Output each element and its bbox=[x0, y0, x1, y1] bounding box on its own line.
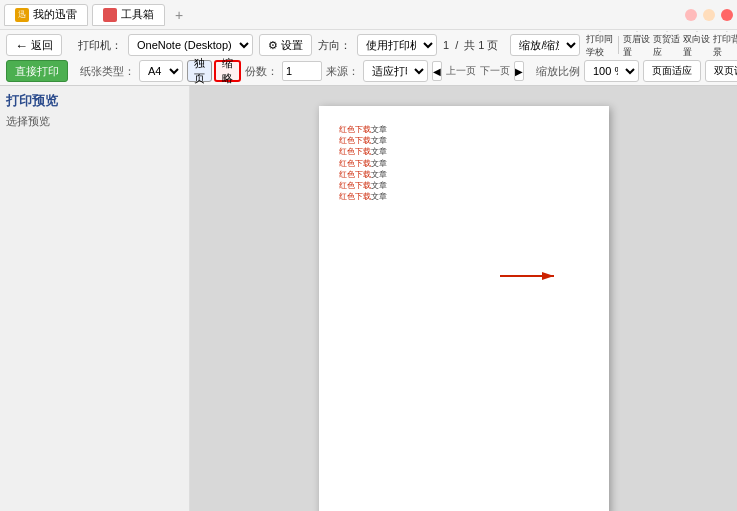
range-select[interactable]: 适应打印 bbox=[363, 60, 428, 82]
title-bar-left: 迅 我的迅雷 工具箱 + bbox=[4, 4, 685, 26]
zoom-select[interactable]: 缩放/缩放 bbox=[510, 34, 580, 56]
window-controls bbox=[685, 9, 733, 21]
maximize-button[interactable] bbox=[703, 9, 715, 21]
paper-content: 红色下载文章 红色下载文章 红色下载文章 红色下载文章 红色下载文章 红色下载文… bbox=[339, 124, 387, 202]
prev-page-button[interactable]: ◀ bbox=[432, 61, 442, 81]
nav-prev-label: 上一页 bbox=[446, 64, 476, 78]
page-setup-label: 页眉设置 bbox=[623, 33, 651, 59]
single-page-button[interactable]: 独页 bbox=[187, 60, 212, 82]
printer-select[interactable]: OneNote (Desktop) bbox=[128, 34, 253, 56]
bg-icon-btn[interactable]: 打印背景 bbox=[713, 31, 737, 59]
text-line-5: 红色下载文章 bbox=[339, 169, 387, 180]
range-label: 来源： bbox=[326, 64, 359, 79]
fit-page-icon-btn[interactable]: 页贸适应 bbox=[653, 31, 681, 59]
next-page-button[interactable]: ▶ bbox=[514, 61, 524, 81]
copies-label: 份数： bbox=[245, 64, 278, 79]
view-mode-group: 独页 缩略 bbox=[187, 60, 241, 82]
close-button[interactable] bbox=[721, 9, 733, 21]
text-line-1: 红色下载文章 bbox=[339, 124, 387, 135]
page-total: 共 1 页 bbox=[464, 38, 498, 53]
preview-area: 红色下载文章 红色下载文章 红色下载文章 红色下载文章 红色下载文章 红色下载文… bbox=[190, 86, 737, 511]
direction-select[interactable]: 使用打印机 bbox=[357, 34, 437, 56]
tab1-label: 我的迅雷 bbox=[33, 7, 77, 22]
paper-preview: 红色下载文章 红色下载文章 红色下载文章 红色下载文章 红色下载文章 红色下载文… bbox=[319, 106, 609, 511]
toolbar-row1: ← 返回 打印机： OneNote (Desktop) ⚙ 设置 方向： 使用打… bbox=[6, 32, 731, 58]
text-line-4: 红色下载文章 bbox=[339, 158, 387, 169]
toolbar: ← 返回 打印机： OneNote (Desktop) ⚙ 设置 方向： 使用打… bbox=[0, 30, 737, 86]
print-btn-label: 打印同学校 bbox=[586, 33, 614, 59]
thumbnail-button[interactable]: 缩略 bbox=[214, 60, 241, 82]
tab2-label: 工具箱 bbox=[121, 7, 154, 22]
direction-label: 方向： bbox=[318, 38, 351, 53]
page-sep: / bbox=[455, 39, 458, 51]
add-tab-button[interactable]: + bbox=[169, 5, 189, 25]
double-page-button[interactable]: 双页设置 bbox=[705, 60, 737, 82]
fit-page-label: 页贸适应 bbox=[653, 33, 681, 59]
minimize-button[interactable] bbox=[685, 9, 697, 21]
page-setup-icon-btn[interactable]: 页眉设置 bbox=[623, 31, 651, 59]
columns-label: 双向设置 bbox=[683, 33, 711, 59]
tab-toolbox[interactable]: 工具箱 bbox=[92, 4, 165, 26]
toolbar-icons: 打印同学校 页眉设置 页贸适应 bbox=[586, 31, 737, 59]
title-bar: 迅 我的迅雷 工具箱 + bbox=[0, 0, 737, 30]
zoom-text: 缩放比例 bbox=[536, 64, 580, 79]
text-line-6: 红色下载文章 bbox=[339, 180, 387, 191]
paper-type-select[interactable]: A4 bbox=[139, 60, 183, 82]
paper-type-label: 纸张类型： bbox=[80, 64, 135, 79]
direct-print-button[interactable]: 直接打印 bbox=[6, 60, 68, 82]
bg-label: 打印背景 bbox=[713, 33, 737, 59]
back-button[interactable]: ← 返回 bbox=[6, 34, 62, 56]
svg-rect-11 bbox=[727, 31, 728, 32]
text-line-7: 红色下载文章 bbox=[339, 191, 387, 202]
zoom-ratio-select[interactable]: 100 % bbox=[584, 60, 639, 82]
left-panel-sub: 选择预览 bbox=[6, 114, 183, 129]
print-icon-btn[interactable]: 打印同学校 bbox=[586, 31, 614, 59]
settings-button[interactable]: ⚙ 设置 bbox=[259, 34, 312, 56]
nav-next-label: 下一页 bbox=[480, 64, 510, 78]
separator2 bbox=[618, 36, 619, 54]
left-panel-title: 打印预览 bbox=[6, 92, 183, 110]
text-line-2: 红色下载文章 bbox=[339, 135, 387, 146]
toolbox-icon bbox=[103, 8, 117, 22]
fit-page-button[interactable]: 页面适应 bbox=[643, 60, 701, 82]
page-current: 1 bbox=[443, 39, 449, 51]
tab-my-xunlei[interactable]: 迅 我的迅雷 bbox=[4, 4, 88, 26]
columns-icon-btn[interactable]: 双向设置 bbox=[683, 31, 711, 59]
copies-input[interactable] bbox=[282, 61, 322, 81]
xunlei-icon: 迅 bbox=[15, 8, 29, 22]
toolbar-row2: 直接打印 纸张类型： A4 独页 缩略 份数： 来源： 适应打印 ◀ 上一页 下… bbox=[6, 59, 731, 83]
main-content: 打印预览 选择预览 红色下载文章 红色下载文章 红色下载文章 红色下载文章 红色… bbox=[0, 86, 737, 511]
left-panel: 打印预览 选择预览 bbox=[0, 86, 190, 511]
text-line-3: 红色下载文章 bbox=[339, 146, 387, 157]
printer-label: 打印机： bbox=[78, 38, 122, 53]
